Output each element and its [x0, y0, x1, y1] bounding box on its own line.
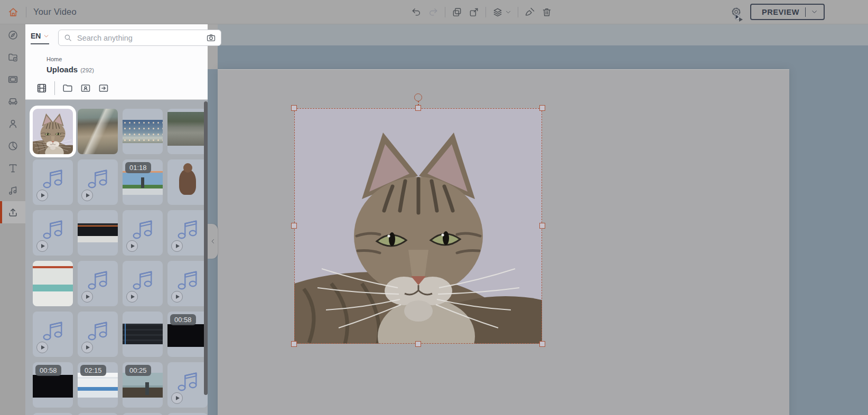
- resize-handle-bottom-left[interactable]: [291, 341, 297, 347]
- preview-button[interactable]: PREVIEW: [750, 4, 825, 20]
- play-button[interactable]: [171, 240, 183, 252]
- resize-handle-middle-left[interactable]: [291, 223, 297, 229]
- rain-thumbnail: [123, 120, 163, 144]
- sidebar-item-avatar[interactable]: [0, 112, 25, 135]
- media-item-person[interactable]: [167, 159, 208, 205]
- preview-label: PREVIEW: [762, 8, 799, 16]
- duration-badge: 00:25: [125, 365, 151, 376]
- resize-handle-bottom-middle[interactable]: [415, 341, 421, 347]
- media-item-audio[interactable]: [78, 261, 118, 306]
- media-item-cat[interactable]: [33, 109, 73, 154]
- undo-icon[interactable]: [411, 7, 422, 17]
- resize-handle-top-middle[interactable]: [415, 105, 421, 111]
- video-frame-icon: [7, 74, 18, 85]
- sidebar-item-media[interactable]: [0, 46, 25, 68]
- media-item-app-dark[interactable]: [123, 312, 163, 357]
- broom-icon[interactable]: [525, 7, 535, 17]
- text-icon: [7, 163, 18, 174]
- sidebar-item-furniture[interactable]: [0, 90, 25, 112]
- media-item-site-dark[interactable]: [78, 210, 118, 256]
- rotate-handle[interactable]: [414, 93, 422, 101]
- play-button[interactable]: [171, 291, 183, 303]
- preview-button-divider: [805, 7, 806, 17]
- media-item-partial: [33, 413, 73, 415]
- site-light-thumbnail: [33, 261, 73, 306]
- toolbar-divider: [518, 7, 518, 17]
- cartoon118-thumbnail: [123, 171, 163, 195]
- media-item-audio[interactable]: [33, 312, 73, 357]
- redo-icon: [428, 7, 438, 17]
- music-note-icon: [175, 266, 200, 291]
- play-button[interactable]: [36, 190, 48, 201]
- media-item-audio[interactable]: [167, 261, 208, 306]
- canvas-page[interactable]: [218, 69, 789, 415]
- folder-play-icon: [7, 52, 18, 63]
- play-button[interactable]: [81, 190, 93, 201]
- play-button[interactable]: [81, 291, 93, 303]
- compass-icon: [7, 30, 18, 41]
- media-panel: EN Home Uploads (292) 01:1800:5800:5802:…: [25, 24, 208, 415]
- language-dropdown[interactable]: EN: [31, 32, 49, 44]
- media-item-audio[interactable]: [33, 210, 73, 256]
- breadcrumb-back-icon[interactable]: [34, 60, 42, 68]
- sidebar-item-music[interactable]: [0, 179, 25, 201]
- panel-scrollbar-thumb[interactable]: [204, 101, 208, 395]
- media-item-cartoon118[interactable]: 01:18: [123, 159, 163, 205]
- media-item-audio[interactable]: [123, 261, 163, 306]
- play-button[interactable]: [126, 240, 138, 252]
- play-button[interactable]: [36, 342, 48, 353]
- tabs-divider: [54, 81, 55, 95]
- media-item-audio[interactable]: [33, 159, 73, 205]
- breadcrumb-parent[interactable]: Home: [46, 56, 62, 62]
- panel-collapse-button[interactable]: [208, 224, 218, 259]
- layers-button[interactable]: [492, 7, 511, 17]
- search-input[interactable]: [76, 33, 206, 43]
- trash-icon[interactable]: [542, 7, 552, 17]
- media-item-audio[interactable]: [167, 210, 208, 256]
- media-item-rain[interactable]: [123, 109, 163, 154]
- sidebar-item-elements[interactable]: [0, 135, 25, 157]
- resize-handle-middle-right[interactable]: [539, 223, 545, 229]
- music-note-icon: [130, 266, 155, 291]
- sidebar-item-uploads[interactable]: [0, 201, 25, 223]
- copy-arrow-icon[interactable]: [469, 7, 479, 17]
- resize-handle-top-right[interactable]: [539, 105, 545, 111]
- breadcrumb-count: (292): [80, 67, 94, 73]
- street-thumbnail: [167, 112, 208, 146]
- duplicate-icon[interactable]: [452, 7, 462, 17]
- chevron-down-icon: [505, 9, 511, 15]
- play-button[interactable]: [126, 291, 138, 303]
- media-item-audio[interactable]: [167, 362, 208, 408]
- media-item-webpage[interactable]: 02:15: [78, 362, 118, 408]
- media-item-black[interactable]: 00:58: [33, 362, 73, 408]
- media-item-cartoon25[interactable]: 00:25: [123, 362, 163, 408]
- play-button[interactable]: [36, 240, 48, 252]
- media-item-black[interactable]: 00:58: [167, 312, 208, 357]
- sidebar-item-text[interactable]: [0, 157, 25, 179]
- sidebar-item-explore[interactable]: [0, 24, 25, 46]
- resize-handle-top-left[interactable]: [291, 105, 297, 111]
- selected-image-element[interactable]: [294, 108, 542, 344]
- cartoon25-thumbnail: [123, 373, 163, 398]
- play-button[interactable]: [81, 342, 93, 353]
- resize-handle-bottom-right[interactable]: [539, 341, 545, 347]
- media-item-audio[interactable]: [78, 312, 118, 357]
- sidebar-item-video[interactable]: [0, 68, 25, 90]
- chevron-down-icon[interactable]: [811, 8, 818, 15]
- layers-icon: [492, 7, 503, 17]
- media-item-street[interactable]: [167, 109, 208, 154]
- camera-icon[interactable]: [206, 33, 216, 43]
- media-panel-header: EN Home Uploads (292): [25, 24, 208, 100]
- media-item-audio[interactable]: [78, 159, 118, 205]
- view-tab-folder-shared[interactable]: [98, 82, 109, 94]
- media-item-site-light[interactable]: [33, 261, 73, 306]
- media-item-beach[interactable]: [78, 109, 118, 154]
- view-tab-all-media[interactable]: [36, 82, 48, 94]
- view-tab-folder-avatar[interactable]: [80, 82, 91, 94]
- media-item-audio[interactable]: [123, 210, 163, 256]
- breadcrumb-current: Uploads: [46, 65, 78, 74]
- home-icon[interactable]: [7, 6, 19, 18]
- music-icon: [7, 185, 18, 196]
- play-button[interactable]: [171, 392, 183, 404]
- view-tab-folder[interactable]: [62, 82, 73, 94]
